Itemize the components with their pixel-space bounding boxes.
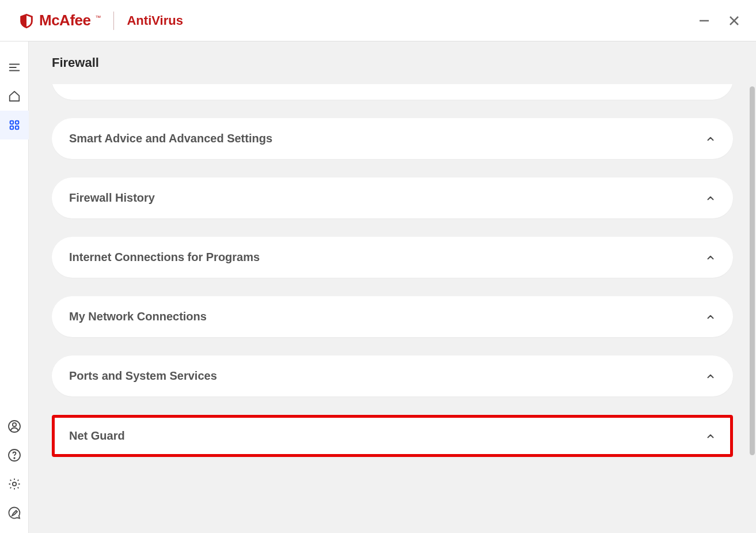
brand-group: McAfee ™ AntiVirus <box>18 12 183 30</box>
panel-label: My Network Connections <box>69 310 207 323</box>
brand-separator <box>113 12 114 30</box>
trademark: ™ <box>95 14 101 21</box>
brand-name: McAfee <box>39 12 90 29</box>
sidebar-settings-button[interactable] <box>0 470 29 498</box>
sidebar-home-button[interactable] <box>0 82 29 111</box>
panels-container: Traffic Controller Smart Advice and Adva… <box>29 84 756 530</box>
panel-net-guard[interactable]: Net Guard <box>52 415 733 457</box>
panel-label: Firewall History <box>69 191 155 205</box>
svg-point-13 <box>14 458 15 459</box>
svg-point-11 <box>12 423 16 426</box>
titlebar: McAfee ™ AntiVirus <box>0 0 756 41</box>
panel-label: Net Guard <box>69 429 125 443</box>
panel-label: Ports and System Services <box>69 369 217 383</box>
content-area: Firewall Traffic Controller Smart Advice… <box>29 41 756 533</box>
chevron-up-icon <box>705 371 716 381</box>
panel-internet-connections[interactable]: Internet Connections for Programs <box>52 237 733 278</box>
brand-product: AntiVirus <box>127 13 183 28</box>
sidebar-help-button[interactable] <box>0 441 29 470</box>
mcafee-shield-icon <box>18 13 35 29</box>
chevron-up-icon <box>705 252 716 263</box>
window-controls <box>698 15 740 27</box>
svg-rect-7 <box>15 121 18 124</box>
svg-rect-8 <box>10 126 13 130</box>
sidebar <box>0 41 29 533</box>
panel-ports-services[interactable]: Ports and System Services <box>52 356 733 396</box>
panel-firewall-history[interactable]: Firewall History <box>52 177 733 218</box>
chevron-up-icon <box>705 312 716 322</box>
sidebar-bottom-group <box>0 412 29 527</box>
sidebar-feedback-button[interactable] <box>0 498 29 527</box>
chevron-up-icon <box>705 84 716 85</box>
sidebar-menu-button[interactable] <box>0 53 29 82</box>
close-button[interactable] <box>728 15 740 27</box>
sidebar-apps-button[interactable] <box>0 111 29 139</box>
svg-rect-9 <box>15 126 18 130</box>
panel-network-connections[interactable]: My Network Connections <box>52 296 733 337</box>
panel-label: Traffic Controller <box>69 84 162 86</box>
scrollbar-thumb[interactable] <box>750 86 755 455</box>
svg-rect-6 <box>10 121 13 124</box>
panel-label: Internet Connections for Programs <box>69 251 260 264</box>
chevron-up-icon <box>705 431 716 441</box>
layout: Firewall Traffic Controller Smart Advice… <box>0 41 756 533</box>
minimize-button[interactable] <box>698 15 710 27</box>
panel-smart-advice[interactable]: Smart Advice and Advanced Settings <box>52 118 733 159</box>
chevron-up-icon <box>705 193 716 203</box>
svg-point-14 <box>12 482 16 486</box>
panel-label: Smart Advice and Advanced Settings <box>69 132 272 145</box>
panel-traffic-controller[interactable]: Traffic Controller <box>52 84 733 100</box>
sidebar-account-button[interactable] <box>0 412 29 441</box>
chevron-up-icon <box>705 134 716 144</box>
page-title: Firewall <box>29 41 756 84</box>
